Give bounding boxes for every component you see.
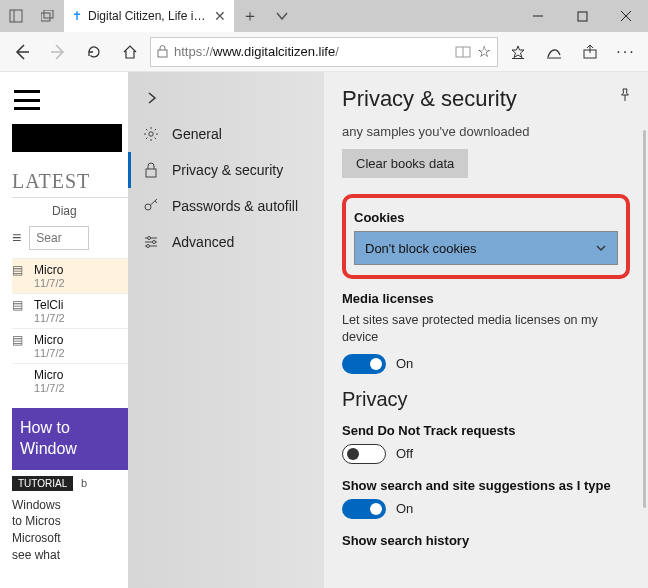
favorite-star-icon[interactable]: ☆ [477,42,491,61]
media-licenses-state: On [396,356,413,371]
window-minimize-button[interactable] [516,0,560,32]
svg-rect-2 [41,13,50,21]
sidebar-toggle-icon[interactable] [0,9,32,23]
svg-rect-17 [146,169,156,177]
byline: b [81,477,87,489]
toolbar: https://www.digitalcitizen.life/ ☆ ··· [0,32,648,72]
more-menu-icon[interactable]: ··· [610,36,642,68]
new-tab-button[interactable]: ＋ [234,6,266,27]
dnt-toggle[interactable] [342,444,386,464]
url-text: https://www.digitalcitizen.life/ [174,44,449,59]
sidebar-item-label: Passwords & autofill [172,198,298,214]
forward-button[interactable] [42,36,74,68]
browser-tab[interactable]: ✝ Digital Citizen, Life in a ✕ [64,0,234,32]
svg-rect-0 [10,10,22,22]
gear-icon [142,126,160,142]
sliders-icon [142,234,160,250]
sidebar-item-label: General [172,126,222,142]
cookies-selected-value: Don't block cookies [365,241,477,256]
settings-detail: Privacy & security any samples you've do… [324,72,648,588]
svg-point-16 [149,132,153,136]
tab-close-icon[interactable]: ✕ [214,8,226,24]
favorites-list-icon[interactable] [502,36,534,68]
back-button[interactable] [6,36,38,68]
article-icon: ▤ [12,263,28,289]
filter-icon[interactable]: ≡ [12,229,21,247]
pin-icon[interactable] [618,88,632,102]
chevron-down-icon [595,242,607,254]
article-icon: ▤ [12,333,28,359]
media-licenses-toggle[interactable] [342,354,386,374]
suggestions-toggle[interactable] [342,499,386,519]
sidebar-item-general[interactable]: General [128,116,324,152]
settings-title: Privacy & security [342,86,630,112]
favicon-icon: ✝ [72,9,82,23]
samples-text: any samples you've downloaded [342,124,630,139]
notes-icon[interactable] [538,36,570,68]
tabs-dropdown-icon[interactable] [266,10,298,22]
svg-rect-3 [44,10,53,18]
svg-point-23 [153,241,156,244]
scrollbar[interactable] [643,130,646,508]
cookies-heading: Cookies [354,210,618,225]
article-icon: ▤ [12,298,28,324]
lock-icon [157,45,168,58]
diag-label: Diag [52,204,77,218]
window-maximize-button[interactable] [560,0,604,32]
dnt-heading: Send Do Not Track requests [342,423,630,438]
lock-icon [142,162,160,178]
svg-point-24 [147,245,150,248]
cookies-highlight: Cookies Don't block cookies [342,194,630,279]
address-bar[interactable]: https://www.digitalcitizen.life/ ☆ [150,37,498,67]
site-search-input[interactable] [29,226,89,250]
sidebar-item-privacy-security[interactable]: Privacy & security [128,152,324,188]
svg-point-18 [145,204,151,210]
search-history-heading: Show search history [342,533,630,548]
privacy-heading: Privacy [342,388,630,411]
tabs-overview-icon[interactable] [32,10,64,22]
clear-books-data-button[interactable]: Clear books data [342,149,468,178]
reading-view-icon[interactable] [455,46,471,58]
svg-rect-5 [578,12,587,21]
sidebar-item-advanced[interactable]: Advanced [128,224,324,260]
suggestions-heading: Show search and site suggestions as I ty… [342,478,630,493]
sidebar-item-label: Privacy & security [172,162,283,178]
site-menu-icon[interactable] [14,90,40,110]
suggestions-state: On [396,501,413,516]
sidebar-item-passwords-autofill[interactable]: Passwords & autofill [128,188,324,224]
settings-back-button[interactable] [134,80,170,116]
key-icon [142,198,160,214]
dnt-state: Off [396,446,413,461]
tutorial-badge: TUTORIAL [12,476,73,491]
home-button[interactable] [114,36,146,68]
media-licenses-heading: Media licenses [342,291,630,306]
svg-rect-10 [158,50,167,57]
site-logo[interactable] [12,124,122,152]
cookies-dropdown[interactable]: Don't block cookies [354,231,618,265]
svg-point-22 [148,237,151,240]
refresh-button[interactable] [78,36,110,68]
window-titlebar: ✝ Digital Citizen, Life in a ✕ ＋ [0,0,648,32]
settings-sidebar: General Privacy & security Passwords & a… [128,72,324,588]
window-close-button[interactable] [604,0,648,32]
media-licenses-desc: Let sites save protected media licenses … [342,312,630,346]
settings-panel: General Privacy & security Passwords & a… [128,72,648,588]
share-icon[interactable] [574,36,606,68]
sidebar-item-label: Advanced [172,234,234,250]
tab-title: Digital Citizen, Life in a [88,9,208,23]
